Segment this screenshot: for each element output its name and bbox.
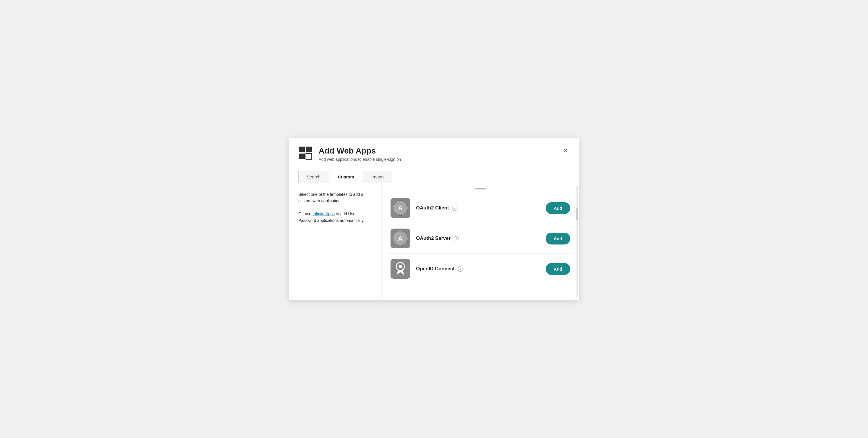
app-item-openid-connect: OpenID Connect i Add [388, 254, 573, 284]
svg-text:A: A [398, 235, 403, 242]
openid-connect-icon [391, 259, 410, 279]
svg-rect-3 [306, 154, 312, 159]
dialog-body: Select one of the templates to add a cus… [289, 183, 579, 300]
svg-point-22 [399, 265, 402, 268]
tabs-container: Search Custom Import [289, 170, 579, 183]
dialog-header: Add Web Apps Add web applications to ena… [289, 138, 579, 168]
openid-connect-name: OpenID Connect i [416, 266, 546, 272]
dialog-title: Add Web Apps [319, 146, 561, 156]
scroll-indicator [388, 186, 573, 193]
left-panel-description: Select one of the templates to add a cus… [298, 191, 373, 224]
oauth2-client-name: OAuth2 Client i [416, 205, 546, 211]
infinite-apps-link[interactable]: Infinite Apps [312, 211, 335, 216]
oauth2-client-info-icon[interactable]: i [452, 206, 457, 211]
svg-rect-20 [391, 259, 410, 279]
dialog-subtitle: Add web applications to enable single-si… [319, 157, 561, 162]
tab-search[interactable]: Search [298, 171, 329, 183]
header-text: Add Web Apps Add web applications to ena… [319, 146, 561, 162]
oauth2-server-add-button[interactable]: Add [546, 233, 570, 244]
oauth2-server-info-icon[interactable]: i [454, 236, 459, 241]
scrollbar-track [576, 186, 578, 297]
svg-rect-2 [299, 154, 305, 159]
app-grid-icon [298, 146, 313, 162]
openid-connect-add-button[interactable]: Add [546, 263, 570, 275]
left-panel: Select one of the templates to add a cus… [289, 183, 382, 300]
svg-rect-1 [306, 146, 312, 153]
tab-import[interactable]: Import [363, 171, 392, 183]
right-panel: A O A U T H O A U T H OAuth2 [382, 183, 579, 300]
oauth2-client-add-button[interactable]: Add [546, 202, 570, 214]
app-item-oauth2-server: A O A U T H O A U T H OAuth2 Server i [388, 223, 573, 254]
add-web-apps-dialog: Add Web Apps Add web applications to ena… [289, 138, 579, 300]
scrollbar-thumb[interactable] [576, 208, 578, 220]
openid-connect-info-icon[interactable]: i [458, 267, 463, 272]
oauth2-server-icon: A O A U T H O A U T H [391, 229, 410, 248]
scroll-bar-top [474, 188, 486, 190]
oauth2-client-icon: A O A U T H O A U T H [391, 198, 410, 218]
oauth2-server-name: OAuth2 Server i [416, 236, 546, 241]
svg-rect-0 [299, 146, 305, 153]
tab-custom[interactable]: Custom [330, 171, 363, 183]
close-button[interactable]: × [561, 146, 570, 155]
svg-text:A: A [398, 204, 403, 212]
app-item-oauth2-client: A O A U T H O A U T H OAuth2 [388, 193, 573, 223]
